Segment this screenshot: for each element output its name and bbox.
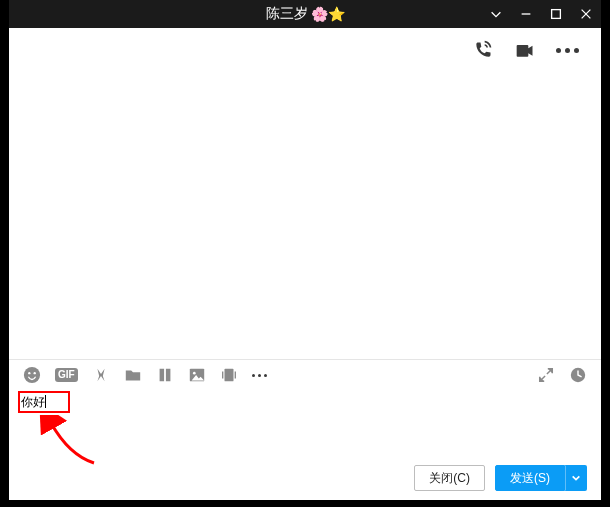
video-call-icon[interactable] bbox=[514, 40, 536, 60]
tool-icon[interactable] bbox=[156, 366, 174, 384]
shake-icon[interactable] bbox=[220, 366, 238, 384]
dropdown-button[interactable] bbox=[487, 5, 505, 23]
svg-rect-9 bbox=[224, 369, 233, 382]
svg-rect-1 bbox=[552, 10, 561, 19]
svg-point-5 bbox=[28, 372, 30, 374]
chat-header-actions bbox=[9, 28, 601, 72]
file-icon[interactable] bbox=[124, 366, 142, 384]
maximize-button[interactable] bbox=[547, 5, 565, 23]
voice-call-icon[interactable] bbox=[472, 40, 494, 60]
message-input[interactable]: 你好 bbox=[9, 390, 601, 462]
title-bar[interactable]: 陈三岁 🌸⭐ bbox=[9, 0, 601, 28]
gif-icon[interactable]: GIF bbox=[55, 368, 78, 382]
svg-point-4 bbox=[24, 367, 40, 383]
message-area[interactable] bbox=[9, 72, 601, 359]
svg-point-6 bbox=[34, 372, 36, 374]
screenshot-icon[interactable] bbox=[92, 366, 110, 384]
toolbar-more-icon[interactable] bbox=[252, 374, 267, 377]
footer-actions: 关闭(C) 发送(S) bbox=[9, 462, 601, 500]
minimize-button[interactable] bbox=[517, 5, 535, 23]
contact-name: 陈三岁 bbox=[266, 5, 308, 23]
send-button[interactable]: 发送(S) bbox=[495, 465, 565, 491]
svg-point-8 bbox=[193, 372, 196, 375]
history-icon[interactable] bbox=[569, 366, 587, 384]
more-options-icon[interactable] bbox=[556, 48, 579, 53]
annotation-arrow bbox=[39, 415, 109, 470]
emoji-icon[interactable] bbox=[23, 366, 41, 384]
window-controls bbox=[487, 0, 595, 28]
expand-icon[interactable] bbox=[537, 366, 555, 384]
gif-label: GIF bbox=[55, 368, 78, 382]
chat-window: 陈三岁 🌸⭐ bbox=[8, 0, 602, 501]
send-button-group: 发送(S) bbox=[495, 465, 587, 491]
send-options-caret[interactable] bbox=[565, 465, 587, 491]
window-title: 陈三岁 🌸⭐ bbox=[266, 5, 345, 23]
image-icon[interactable] bbox=[188, 366, 206, 384]
close-chat-button[interactable]: 关闭(C) bbox=[414, 465, 485, 491]
input-toolbar: GIF bbox=[9, 360, 601, 390]
input-text: 你好 bbox=[21, 394, 45, 410]
close-button[interactable] bbox=[577, 5, 595, 23]
title-emojis: 🌸⭐ bbox=[311, 6, 345, 22]
